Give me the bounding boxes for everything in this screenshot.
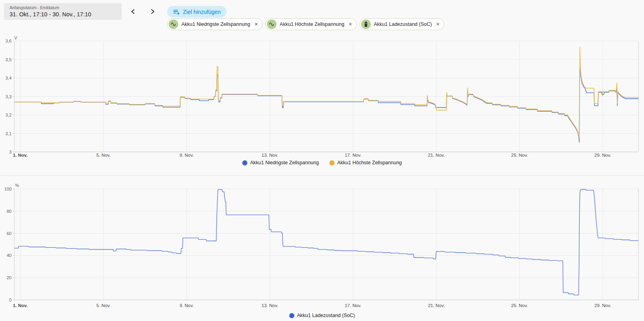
x-tick-label: 13. Nov. (262, 303, 278, 308)
y-tick-label: 80 (7, 209, 12, 214)
waveform-icon (169, 19, 178, 29)
battery-icon (361, 19, 371, 29)
x-tick-label: 21. Nov. (428, 303, 445, 308)
waveform-icon (267, 19, 276, 29)
chip-label: Akku1 Ladezustand (SoC) (374, 21, 432, 27)
y-tick-label: 3,5 (6, 57, 12, 62)
y-tick-label: 3,2 (6, 113, 12, 117)
x-tick-label: 29. Nov. (594, 303, 611, 308)
y-tick-label: 3 (9, 150, 12, 154)
y-tick-label: 40 (7, 253, 12, 258)
series-chip-row: Akku1 Niedrigste Zellspannung ✕ Akku1 Hö… (167, 18, 444, 30)
legend-label: Akku1 Höchste Zellspannung (337, 160, 402, 165)
axis-unit-label: % (15, 183, 19, 188)
legend-label: Akku1 Niedrigste Zellspannung (250, 160, 319, 165)
chip-remove-icon[interactable]: ✕ (348, 22, 352, 27)
series-line-akku1-hoechste-zellspannung (14, 47, 638, 138)
next-range-button[interactable] (147, 7, 158, 17)
chip-ladezustand-soc[interactable]: Akku1 Ladezustand (SoC) ✕ (360, 18, 444, 30)
y-tick-label: 3,1 (6, 131, 12, 136)
legend-label: Akku1 Ladezustand (SoC) (297, 313, 355, 318)
x-tick-label: 29. Nov. (594, 153, 611, 158)
legend-dot-blue (289, 313, 294, 318)
legend-item-niedrigste[interactable]: Akku1 Niedrigste Zellspannung (242, 160, 319, 165)
axis-unit-label: V (14, 35, 18, 40)
series-line-akku1-ladezustand-soc (14, 189, 638, 295)
voltage-chart-legend: Akku1 Niedrigste Zellspannung Akku1 Höch… (0, 160, 644, 165)
y-tick-label: 20 (7, 275, 12, 280)
add-target-button[interactable]: Ziel hinzufügen (167, 6, 226, 18)
x-tick-label: 17. Nov. (345, 153, 362, 158)
x-tick-label: 13. Nov. (262, 153, 278, 158)
legend-item-hoechste[interactable]: Akku1 Höchste Zellspannung (329, 160, 402, 165)
soc-chart[interactable]: 1. Nov.5. Nov.9. Nov.13. Nov.17. Nov.21.… (0, 176, 644, 309)
x-tick-label: 21. Nov. (428, 153, 445, 158)
y-tick-label: 60 (7, 231, 12, 236)
prev-range-button[interactable] (128, 7, 138, 17)
chip-remove-icon[interactable]: ✕ (436, 22, 440, 27)
chip-niedrigste-zellspannung[interactable]: Akku1 Niedrigste Zellspannung ✕ (167, 18, 263, 30)
x-tick-label: 17. Nov. (345, 303, 362, 308)
date-range-label: Anfangsdatum - Enddatum (10, 5, 116, 10)
chip-label: Akku1 Niedrigste Zellspannung (181, 21, 250, 27)
playlist-add-icon (173, 8, 180, 16)
y-tick-label: 100 (4, 187, 12, 191)
chip-hoechste-zellspannung[interactable]: Akku1 Höchste Zellspannung ✕ (265, 18, 357, 30)
legend-dot-orange (329, 160, 335, 165)
chip-label: Akku1 Höchste Zellspannung (280, 21, 344, 27)
x-tick-label: 5. Nov. (96, 303, 111, 308)
soc-chart-legend: Akku1 Ladezustand (SoC) (0, 313, 644, 318)
chip-remove-icon[interactable]: ✕ (254, 22, 258, 27)
date-range-field[interactable]: Anfangsdatum - Enddatum 31. Okt., 17:10 … (4, 3, 122, 20)
y-tick-label: 3,3 (6, 94, 12, 99)
add-target-label: Ziel hinzufügen (183, 9, 221, 15)
legend-item-soc[interactable]: Akku1 Ladezustand (SoC) (289, 313, 355, 318)
x-tick-label: 9. Nov. (180, 303, 194, 308)
x-tick-label: 25. Nov. (511, 303, 528, 308)
y-tick-label: 3,6 (6, 39, 12, 43)
x-tick-label: 5. Nov. (96, 153, 111, 158)
x-tick-label: 1. Nov. (13, 153, 27, 158)
series-line-akku1-niedrigste-zellspannung (14, 65, 638, 142)
chevron-left-icon (130, 8, 136, 16)
x-tick-label: 9. Nov. (180, 153, 194, 158)
date-range-value: 31. Okt., 17:10 - 30. Nov., 17:10 (10, 11, 116, 18)
x-tick-label: 1. Nov. (13, 303, 27, 308)
y-tick-label: 3,4 (6, 76, 12, 80)
x-tick-label: 25. Nov. (511, 153, 528, 158)
legend-dot-blue (242, 160, 247, 165)
chevron-right-icon (149, 8, 156, 16)
chart-divider (0, 175, 644, 176)
voltage-chart[interactable]: 1. Nov.5. Nov.9. Nov.13. Nov.17. Nov.21.… (0, 34, 644, 167)
y-tick-label: 0 (9, 298, 12, 302)
